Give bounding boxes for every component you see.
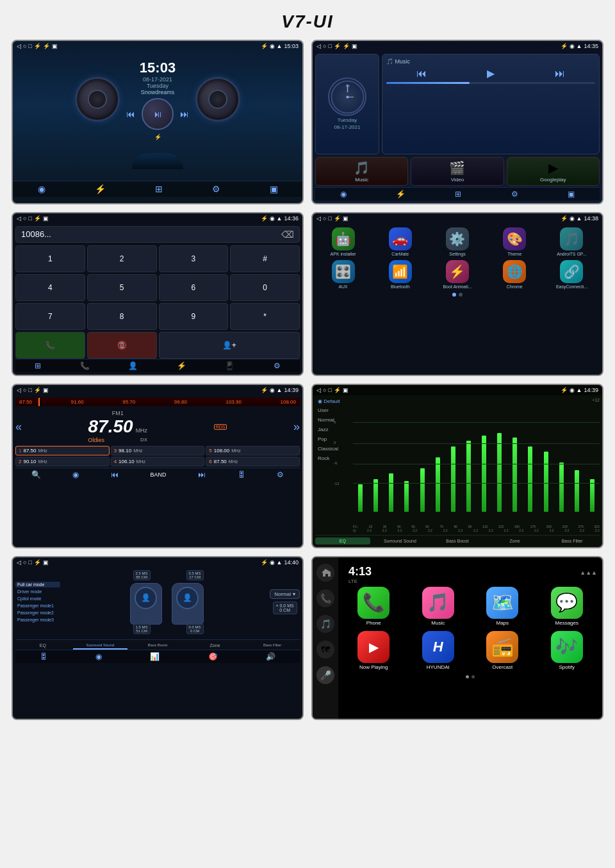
mode-copilot[interactable]: Cpilot mode xyxy=(15,596,60,602)
eq-classical[interactable]: Classical xyxy=(315,445,350,453)
screen-phone-dialer[interactable]: ◁ ○ □ ⚡ ▣ ⚡ ◉ ▲ 14:36 10086... ⌫ 1 2 3 xyxy=(12,212,304,377)
nav-settings-3[interactable]: ⚙ xyxy=(274,361,281,370)
screen-equalizer[interactable]: ◁ ○ □ ⚡ ▣ ⚡ ◉ ▲ 14:39 ◉ Default User Nor… xyxy=(311,384,603,548)
carplay-spotify[interactable]: 🎶 Spotify xyxy=(537,631,598,670)
carplay-music[interactable]: 🎵 Music xyxy=(408,587,469,626)
app-aux[interactable]: 🎛️ AUX xyxy=(316,260,370,289)
eq-pop[interactable]: Pop xyxy=(315,435,350,443)
bar-20[interactable] xyxy=(353,403,368,512)
carplay-home-icon[interactable] xyxy=(316,564,334,582)
bar-30[interactable] xyxy=(368,403,383,512)
bar-50[interactable] xyxy=(399,403,414,512)
mini-next[interactable]: ⏭ xyxy=(555,68,565,79)
bar-315[interactable] xyxy=(585,403,600,512)
bar-150[interactable] xyxy=(507,403,522,512)
key-0[interactable]: 0 xyxy=(230,274,300,301)
tab-bass-boost-7[interactable]: Bass Boost xyxy=(130,642,185,650)
nav-call[interactable]: 📞 xyxy=(80,361,90,370)
settings-button[interactable]: ⚙ xyxy=(277,470,284,479)
nav-bt-2[interactable]: ⚡ xyxy=(396,190,406,199)
freq-down-button[interactable]: « xyxy=(15,420,22,434)
normal-badge[interactable]: Normal ▾ xyxy=(270,589,300,599)
key-3[interactable]: 3 xyxy=(159,245,229,272)
carplay-phone[interactable]: 📞 Phone xyxy=(343,587,404,626)
prev-station[interactable]: ⏮ xyxy=(111,470,119,479)
nav-loc-2[interactable]: ◉ xyxy=(340,190,347,199)
carplay-phone-sidebar[interactable]: 📞 xyxy=(316,589,334,607)
key-star[interactable]: * xyxy=(230,303,300,330)
mini-prev[interactable]: ⏮ xyxy=(416,68,427,79)
eq-rock[interactable]: Rock xyxy=(315,454,350,463)
preset-1[interactable]: 187.50MHz xyxy=(15,446,110,455)
nav-set-2[interactable]: ⚙ xyxy=(511,190,518,199)
bar-95[interactable] xyxy=(461,403,476,512)
nav-bt-call[interactable]: ⚡ xyxy=(177,361,186,370)
preset-6[interactable]: 687.50MHz xyxy=(206,457,300,466)
bar-125[interactable] xyxy=(492,403,507,512)
eq-button[interactable]: 🎛 xyxy=(238,470,245,479)
eq-normal[interactable]: Normal xyxy=(315,416,350,424)
key-6[interactable]: 6 xyxy=(159,274,229,301)
next-button[interactable]: ⏭ xyxy=(180,109,189,119)
key-1[interactable]: 1 xyxy=(15,245,85,272)
band-button[interactable]: BAND xyxy=(150,471,166,478)
preset-4[interactable]: 4106.10MHz xyxy=(111,457,205,466)
screen-app-launcher[interactable]: ◁ ○ □ ⚡ ▣ ⚡ ◉ ▲ 14:38 🤖 APK installer 🚗 xyxy=(311,212,603,377)
bar-40[interactable] xyxy=(384,403,398,512)
app-video[interactable]: 🎬 Video xyxy=(411,157,504,186)
tab-zone-7[interactable]: Zone xyxy=(188,642,243,650)
bar-275[interactable] xyxy=(570,403,584,512)
bar-235[interactable] xyxy=(554,403,569,512)
tab-surround-7[interactable]: Surround Sound xyxy=(73,642,128,650)
surround-nav-zone[interactable]: 🎯 xyxy=(208,652,218,661)
surround-nav-eq[interactable]: 🎛 xyxy=(40,652,47,661)
tab-bass-filter[interactable]: Bass Filter xyxy=(545,537,600,545)
key-2[interactable]: 2 xyxy=(87,245,157,272)
nav-contacts[interactable]: 👤 xyxy=(128,361,138,370)
tab-surround[interactable]: Surround Sound xyxy=(373,537,428,545)
nav-dialpad[interactable]: ⊞ xyxy=(35,361,41,370)
call-button[interactable]: 📞 xyxy=(15,332,85,359)
mode-passenger3[interactable]: Passenger mode3 xyxy=(15,617,60,623)
carplay-maps-sidebar[interactable]: 🗺 xyxy=(316,641,334,659)
screen-home-menu[interactable]: ◁ ○ □ ⚡ ⚡ ▣ ⚡ ◉ ▲ 14:35 xyxy=(311,40,603,204)
nav-med-2[interactable]: ▣ xyxy=(568,190,575,199)
nav-media-1[interactable]: ▣ xyxy=(270,184,278,194)
key-7[interactable]: 7 xyxy=(15,303,85,330)
tab-bass-boost[interactable]: Bass Boost xyxy=(430,537,485,545)
bar-60[interactable] xyxy=(415,403,430,512)
nav-location-1[interactable]: ◉ xyxy=(38,184,45,194)
tab-eq[interactable]: EQ xyxy=(315,537,370,545)
app-google[interactable]: ▶ Googleplay xyxy=(507,157,600,186)
key-4[interactable]: 4 xyxy=(15,274,85,301)
key-hash[interactable]: # xyxy=(230,245,300,272)
preset-5[interactable]: 5108.00MHz xyxy=(206,446,300,455)
mini-play[interactable]: ▶ xyxy=(487,67,495,79)
app-music[interactable]: 🎵 Music xyxy=(315,157,408,186)
scan-button[interactable]: ◉ xyxy=(72,470,79,479)
play-pause-button[interactable]: ⏯ xyxy=(142,98,174,130)
bar-200[interactable] xyxy=(539,403,554,512)
bar-80[interactable] xyxy=(446,403,461,512)
key-5[interactable]: 5 xyxy=(87,274,157,301)
key-9[interactable]: 9 xyxy=(159,303,229,330)
surround-nav-sound[interactable]: ◉ xyxy=(95,652,102,661)
mode-driver[interactable]: Driver mode xyxy=(15,589,60,594)
app-chrome[interactable]: 🌐 Chrome xyxy=(488,260,541,289)
carplay-nowplaying[interactable]: ▶ Now Playing xyxy=(343,631,404,670)
screen-fm-radio[interactable]: ◁ ○ □ ⚡ ▣ ⚡ ◉ ▲ 14:39 87.50 91.60 95.70 … xyxy=(12,384,304,548)
freq-up-button[interactable]: » xyxy=(293,420,300,434)
bar-175[interactable] xyxy=(523,403,537,512)
bar-70[interactable] xyxy=(430,403,445,512)
screen-surround[interactable]: ◁ ○ □ ⚡ ▣ ⚡ ◉ ▲ 14:40 Full car mode Driv… xyxy=(12,556,304,721)
contact-button[interactable]: 👤+ xyxy=(159,332,300,359)
nav-bluetooth-1[interactable]: ⚡ xyxy=(95,184,106,194)
tab-zone[interactable]: Zone xyxy=(488,537,543,545)
app-easyconnect[interactable]: 🔗 EasyConnecti... xyxy=(545,260,598,289)
eq-default[interactable]: ◉ Default xyxy=(315,398,350,405)
carplay-siri-icon[interactable]: 🎤 xyxy=(316,666,334,684)
tab-bass-filter-7[interactable]: Bass Filter xyxy=(245,642,300,650)
eq-jazz[interactable]: Jazz xyxy=(315,425,350,434)
app-boot[interactable]: ⚡ Boot Animati... xyxy=(430,260,484,289)
preset-2[interactable]: 290.10MHz xyxy=(15,457,110,466)
